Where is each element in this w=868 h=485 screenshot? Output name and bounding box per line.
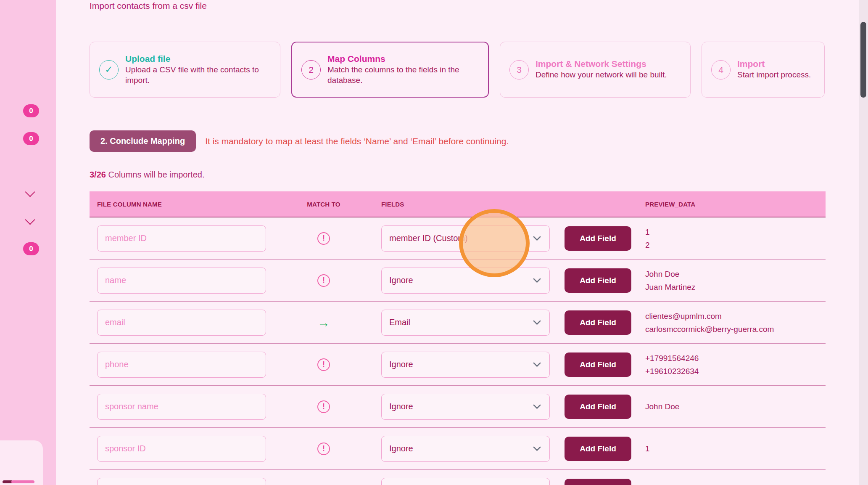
field-cell	[381, 478, 565, 485]
add-field-cell: Add Field	[565, 268, 645, 293]
step-description: Start import process.	[737, 70, 811, 80]
preview-data: John Doe	[645, 400, 826, 413]
preview-data: clientes@upmlm.comcarlosmccormick@berry-…	[645, 310, 826, 336]
chevron-down-icon[interactable]	[25, 215, 35, 225]
preview-data: +17991564246+19610232634	[645, 352, 826, 378]
field-select-value: Ignore	[389, 276, 413, 285]
file-column-name-input[interactable]: sponsor name	[97, 394, 266, 420]
add-field-button[interactable]: Add Field	[565, 395, 631, 419]
header-match-to: MATCH TO	[307, 201, 340, 208]
field-cell: Ignore	[381, 352, 565, 378]
field-select-value: Ignore	[389, 444, 413, 453]
field-cell: Email	[381, 310, 565, 336]
file-column-name-input[interactable]	[97, 478, 266, 485]
file-column-name: sponsor name	[105, 402, 158, 411]
scrollbar-track[interactable]	[859, 0, 868, 485]
sidebar-badge: 0	[23, 132, 39, 145]
field-select[interactable]: Ignore	[381, 394, 550, 420]
preview-line: Juan Martinez	[645, 281, 826, 294]
step-import[interactable]: 4 Import Start import process.	[702, 42, 825, 98]
check-icon: ✓	[99, 60, 119, 80]
page-title: Import contacts from a csv file	[90, 1, 207, 11]
preview-line: John Doe	[645, 400, 826, 413]
preview-line: 1	[645, 442, 826, 455]
add-field-button[interactable]: Add Field	[565, 226, 631, 251]
preview-data: 12	[645, 225, 826, 252]
file-column-cell: email	[90, 310, 266, 336]
file-column-name-input[interactable]: name	[97, 268, 266, 294]
step-description: Upload a CSV file with the contacts to i…	[125, 65, 272, 85]
chevron-down-icon	[533, 278, 541, 283]
file-column-cell: member ID	[90, 225, 266, 252]
progress-segment-pink	[11, 480, 34, 483]
add-field-button[interactable]: Add Field	[565, 268, 631, 293]
field-select-value: Ignore	[389, 402, 413, 411]
file-column-cell: name	[90, 268, 266, 294]
file-column-name-input[interactable]: email	[97, 310, 266, 336]
step-description: Match the columns to the fields in the d…	[327, 65, 480, 85]
add-field-button[interactable]: Add Field	[565, 310, 631, 335]
file-column-name: member ID	[105, 233, 147, 243]
scrollbar-thumb[interactable]	[860, 22, 866, 98]
preview-data: 1	[645, 442, 826, 455]
add-field-cell: Add Field	[565, 437, 645, 461]
step-map-columns[interactable]: 2 Map Columns Match the columns to the f…	[291, 42, 489, 98]
field-select[interactable]: Ignore	[381, 436, 550, 462]
file-column-name: email	[105, 318, 125, 327]
step-title: Map Columns	[327, 54, 480, 64]
progress-bar	[3, 480, 34, 483]
chevron-down-icon[interactable]	[25, 187, 35, 197]
field-select[interactable]	[381, 478, 550, 485]
field-select[interactable]: Email	[381, 310, 550, 336]
file-column-name-input[interactable]: sponsor ID	[97, 436, 266, 462]
step-number: 2	[301, 60, 321, 80]
step-title: Import & Network Settings	[536, 59, 667, 69]
warning-icon: !	[317, 443, 330, 455]
match-to-cell: ! →	[266, 316, 381, 329]
step-import-network-settings[interactable]: 3 Import & Network Settings Define how y…	[500, 42, 691, 98]
step-text: Upload file Upload a CSV file with the c…	[125, 54, 272, 85]
file-column-name-input[interactable]: member ID	[97, 225, 266, 252]
warning-icon: !	[317, 400, 330, 413]
mapping-table: FILE COLUMN NAME MATCH TO FIELDS PREVIEW…	[90, 191, 826, 485]
step-upload-file[interactable]: ✓ Upload file Upload a CSV file with the…	[90, 42, 280, 98]
step-title: Import	[737, 59, 811, 69]
header-file-column-name: FILE COLUMN NAME	[90, 201, 266, 208]
sidebar: 0 0 0	[0, 0, 56, 485]
warning-icon: !	[317, 274, 330, 287]
match-to-cell: ! →	[266, 400, 381, 413]
add-field-button[interactable]: Add Field	[565, 437, 631, 461]
field-select-value: Email	[389, 318, 410, 327]
step-number: 4	[711, 60, 731, 80]
table-row: name ! → Ignore Add Field John DoeJuan M…	[90, 260, 826, 302]
table-header: FILE COLUMN NAME MATCH TO FIELDS PREVIEW…	[90, 191, 826, 217]
table-row: ! → Add Field 4924 Cindy Plain	[90, 470, 826, 485]
field-select[interactable]: Ignore	[381, 352, 550, 378]
corner-popup-panel	[0, 440, 43, 485]
warning-icon: !	[317, 358, 330, 371]
header-preview-data: PREVIEW_DATA	[645, 201, 826, 208]
mandatory-note: It is mandatory to map at least the fiel…	[205, 136, 509, 146]
step-description: Define how your network will be built.	[536, 70, 667, 80]
field-cell: Ignore	[381, 436, 565, 462]
field-cell: Ignore	[381, 268, 565, 294]
preview-line: 1	[645, 225, 826, 239]
field-select[interactable]: Ignore	[381, 268, 550, 294]
table-row: sponsor ID ! → Ignore Add Field 1	[90, 428, 826, 470]
table-body: member ID ! → member ID (Custom) Add Fie…	[90, 217, 826, 485]
step-title: Upload file	[125, 54, 272, 64]
step-text: Import & Network Settings Define how you…	[536, 59, 667, 80]
conclude-mapping-button[interactable]: 2. Conclude Mapping	[90, 130, 196, 152]
add-field-button[interactable]: Add Field	[565, 479, 631, 485]
file-column-cell: sponsor ID	[90, 436, 266, 462]
field-select[interactable]: member ID (Custom)	[381, 225, 550, 252]
field-select-value: Ignore	[389, 360, 413, 369]
match-to-cell: ! →	[266, 232, 381, 245]
add-field-button[interactable]: Add Field	[565, 352, 631, 377]
add-field-cell: Add Field	[565, 310, 645, 335]
file-column-name-input[interactable]: phone	[97, 352, 266, 378]
match-to-cell: ! →	[266, 443, 381, 455]
step-number: 3	[509, 60, 529, 80]
sidebar-badge: 0	[23, 104, 39, 117]
field-cell: member ID (Custom)	[381, 225, 565, 252]
